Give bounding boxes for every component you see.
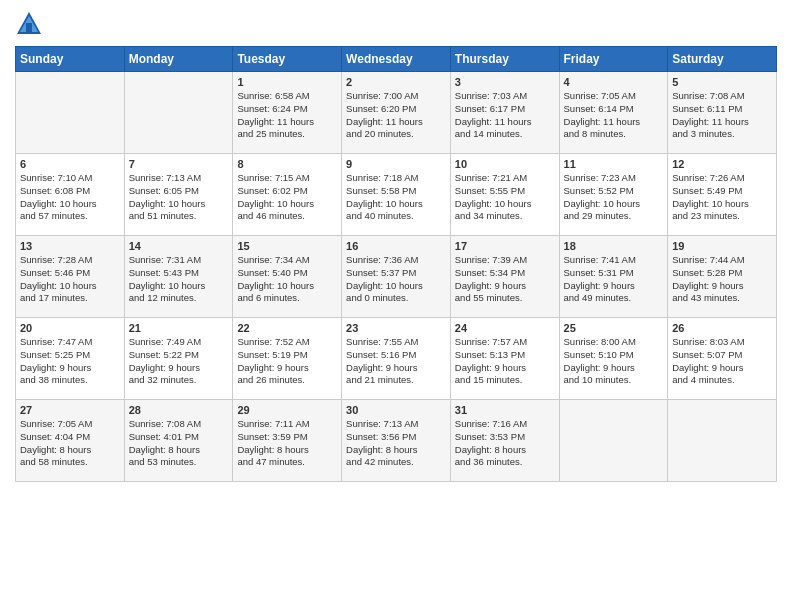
day-info: Sunrise: 7:13 AM Sunset: 6:05 PM Dayligh… (129, 172, 229, 223)
day-number: 8 (237, 158, 337, 170)
svg-rect-2 (26, 23, 32, 32)
calendar-cell: 19Sunrise: 7:44 AM Sunset: 5:28 PM Dayli… (668, 236, 777, 318)
calendar-cell: 8Sunrise: 7:15 AM Sunset: 6:02 PM Daylig… (233, 154, 342, 236)
calendar-cell: 3Sunrise: 7:03 AM Sunset: 6:17 PM Daylig… (450, 72, 559, 154)
page: SundayMondayTuesdayWednesdayThursdayFrid… (0, 0, 792, 492)
day-number: 7 (129, 158, 229, 170)
day-info: Sunrise: 7:03 AM Sunset: 6:17 PM Dayligh… (455, 90, 555, 141)
day-info: Sunrise: 7:31 AM Sunset: 5:43 PM Dayligh… (129, 254, 229, 305)
calendar-cell: 26Sunrise: 8:03 AM Sunset: 5:07 PM Dayli… (668, 318, 777, 400)
calendar-cell: 25Sunrise: 8:00 AM Sunset: 5:10 PM Dayli… (559, 318, 668, 400)
calendar-cell: 2Sunrise: 7:00 AM Sunset: 6:20 PM Daylig… (342, 72, 451, 154)
day-info: Sunrise: 8:03 AM Sunset: 5:07 PM Dayligh… (672, 336, 772, 387)
day-info: Sunrise: 7:13 AM Sunset: 3:56 PM Dayligh… (346, 418, 446, 469)
calendar-cell: 21Sunrise: 7:49 AM Sunset: 5:22 PM Dayli… (124, 318, 233, 400)
day-info: Sunrise: 7:18 AM Sunset: 5:58 PM Dayligh… (346, 172, 446, 223)
calendar-cell: 11Sunrise: 7:23 AM Sunset: 5:52 PM Dayli… (559, 154, 668, 236)
day-number: 9 (346, 158, 446, 170)
calendar-cell (668, 400, 777, 482)
day-info: Sunrise: 7:57 AM Sunset: 5:13 PM Dayligh… (455, 336, 555, 387)
calendar-cell: 28Sunrise: 7:08 AM Sunset: 4:01 PM Dayli… (124, 400, 233, 482)
calendar-cell: 5Sunrise: 7:08 AM Sunset: 6:11 PM Daylig… (668, 72, 777, 154)
day-number: 6 (20, 158, 120, 170)
day-number: 3 (455, 76, 555, 88)
day-info: Sunrise: 7:55 AM Sunset: 5:16 PM Dayligh… (346, 336, 446, 387)
day-info: Sunrise: 7:16 AM Sunset: 3:53 PM Dayligh… (455, 418, 555, 469)
weekday-header-monday: Monday (124, 47, 233, 72)
day-info: Sunrise: 7:15 AM Sunset: 6:02 PM Dayligh… (237, 172, 337, 223)
logo (15, 10, 47, 38)
calendar-cell: 22Sunrise: 7:52 AM Sunset: 5:19 PM Dayli… (233, 318, 342, 400)
weekday-header-row: SundayMondayTuesdayWednesdayThursdayFrid… (16, 47, 777, 72)
day-number: 27 (20, 404, 120, 416)
day-number: 23 (346, 322, 446, 334)
calendar-cell: 20Sunrise: 7:47 AM Sunset: 5:25 PM Dayli… (16, 318, 125, 400)
day-number: 1 (237, 76, 337, 88)
calendar-cell (559, 400, 668, 482)
calendar-cell: 30Sunrise: 7:13 AM Sunset: 3:56 PM Dayli… (342, 400, 451, 482)
calendar-cell: 7Sunrise: 7:13 AM Sunset: 6:05 PM Daylig… (124, 154, 233, 236)
day-number: 25 (564, 322, 664, 334)
day-number: 11 (564, 158, 664, 170)
day-number: 14 (129, 240, 229, 252)
calendar-cell: 14Sunrise: 7:31 AM Sunset: 5:43 PM Dayli… (124, 236, 233, 318)
day-info: Sunrise: 7:00 AM Sunset: 6:20 PM Dayligh… (346, 90, 446, 141)
calendar-cell (124, 72, 233, 154)
calendar-week-row: 27Sunrise: 7:05 AM Sunset: 4:04 PM Dayli… (16, 400, 777, 482)
day-info: Sunrise: 7:08 AM Sunset: 6:11 PM Dayligh… (672, 90, 772, 141)
day-number: 24 (455, 322, 555, 334)
day-info: Sunrise: 8:00 AM Sunset: 5:10 PM Dayligh… (564, 336, 664, 387)
day-number: 20 (20, 322, 120, 334)
day-number: 13 (20, 240, 120, 252)
day-info: Sunrise: 7:36 AM Sunset: 5:37 PM Dayligh… (346, 254, 446, 305)
day-number: 19 (672, 240, 772, 252)
day-info: Sunrise: 7:05 AM Sunset: 6:14 PM Dayligh… (564, 90, 664, 141)
day-number: 30 (346, 404, 446, 416)
calendar-cell: 27Sunrise: 7:05 AM Sunset: 4:04 PM Dayli… (16, 400, 125, 482)
calendar-cell: 10Sunrise: 7:21 AM Sunset: 5:55 PM Dayli… (450, 154, 559, 236)
day-number: 16 (346, 240, 446, 252)
calendar-cell: 6Sunrise: 7:10 AM Sunset: 6:08 PM Daylig… (16, 154, 125, 236)
calendar-cell: 23Sunrise: 7:55 AM Sunset: 5:16 PM Dayli… (342, 318, 451, 400)
header (15, 10, 777, 38)
calendar-cell: 15Sunrise: 7:34 AM Sunset: 5:40 PM Dayli… (233, 236, 342, 318)
day-info: Sunrise: 7:21 AM Sunset: 5:55 PM Dayligh… (455, 172, 555, 223)
day-info: Sunrise: 7:28 AM Sunset: 5:46 PM Dayligh… (20, 254, 120, 305)
calendar-cell: 18Sunrise: 7:41 AM Sunset: 5:31 PM Dayli… (559, 236, 668, 318)
day-number: 5 (672, 76, 772, 88)
calendar-cell: 16Sunrise: 7:36 AM Sunset: 5:37 PM Dayli… (342, 236, 451, 318)
day-info: Sunrise: 7:41 AM Sunset: 5:31 PM Dayligh… (564, 254, 664, 305)
calendar-cell: 17Sunrise: 7:39 AM Sunset: 5:34 PM Dayli… (450, 236, 559, 318)
calendar-cell: 24Sunrise: 7:57 AM Sunset: 5:13 PM Dayli… (450, 318, 559, 400)
day-info: Sunrise: 6:58 AM Sunset: 6:24 PM Dayligh… (237, 90, 337, 141)
calendar-cell: 31Sunrise: 7:16 AM Sunset: 3:53 PM Dayli… (450, 400, 559, 482)
day-info: Sunrise: 7:39 AM Sunset: 5:34 PM Dayligh… (455, 254, 555, 305)
weekday-header-saturday: Saturday (668, 47, 777, 72)
weekday-header-tuesday: Tuesday (233, 47, 342, 72)
day-info: Sunrise: 7:44 AM Sunset: 5:28 PM Dayligh… (672, 254, 772, 305)
day-info: Sunrise: 7:26 AM Sunset: 5:49 PM Dayligh… (672, 172, 772, 223)
day-number: 31 (455, 404, 555, 416)
day-number: 10 (455, 158, 555, 170)
calendar-cell: 29Sunrise: 7:11 AM Sunset: 3:59 PM Dayli… (233, 400, 342, 482)
calendar-table: SundayMondayTuesdayWednesdayThursdayFrid… (15, 46, 777, 482)
day-info: Sunrise: 7:52 AM Sunset: 5:19 PM Dayligh… (237, 336, 337, 387)
day-info: Sunrise: 7:05 AM Sunset: 4:04 PM Dayligh… (20, 418, 120, 469)
day-number: 21 (129, 322, 229, 334)
day-number: 2 (346, 76, 446, 88)
weekday-header-friday: Friday (559, 47, 668, 72)
day-number: 15 (237, 240, 337, 252)
logo-icon (15, 10, 43, 38)
calendar-week-row: 6Sunrise: 7:10 AM Sunset: 6:08 PM Daylig… (16, 154, 777, 236)
calendar-week-row: 13Sunrise: 7:28 AM Sunset: 5:46 PM Dayli… (16, 236, 777, 318)
day-info: Sunrise: 7:10 AM Sunset: 6:08 PM Dayligh… (20, 172, 120, 223)
day-number: 29 (237, 404, 337, 416)
day-info: Sunrise: 7:47 AM Sunset: 5:25 PM Dayligh… (20, 336, 120, 387)
weekday-header-thursday: Thursday (450, 47, 559, 72)
day-number: 22 (237, 322, 337, 334)
day-number: 26 (672, 322, 772, 334)
calendar-cell (16, 72, 125, 154)
calendar-week-row: 1Sunrise: 6:58 AM Sunset: 6:24 PM Daylig… (16, 72, 777, 154)
day-number: 28 (129, 404, 229, 416)
calendar-cell: 4Sunrise: 7:05 AM Sunset: 6:14 PM Daylig… (559, 72, 668, 154)
